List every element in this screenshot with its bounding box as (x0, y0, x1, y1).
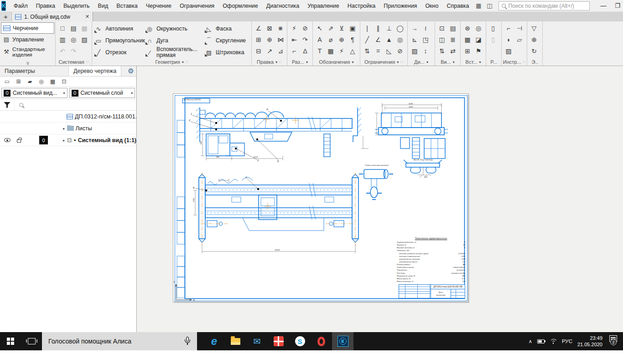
menu-item[interactable]: Приложения (379, 3, 421, 9)
ribbon-tool-icon[interactable]: ◎ (395, 34, 405, 45)
opera-app[interactable] (311, 332, 332, 350)
geometry-tool-button[interactable]: ⁄ Вспомогатель... прямая (145, 46, 204, 58)
expand-arrow-icon[interactable]: ▸ (63, 138, 65, 143)
ribbon-tool-icon[interactable]: ⊘ (300, 23, 310, 34)
tab-drawing-tree[interactable]: Дерево чертежа (68, 66, 121, 76)
ribbon-tool-icon[interactable]: ▯ (488, 34, 498, 45)
ribbon-tool-icon[interactable]: ⊕ (529, 34, 539, 45)
ribbon-tool-icon[interactable]: ∆ (300, 46, 310, 56)
chevron-down-icon[interactable]: ▾ (352, 60, 353, 64)
ribbon-tool-icon[interactable]: ⊟ (254, 46, 264, 56)
ribbon-tool-icon[interactable]: ∠ (254, 23, 264, 34)
ribbon-tool-icon[interactable]: ▤ (448, 23, 458, 34)
ribbon-tool-icon[interactable]: ╱ (362, 34, 372, 45)
ribbon-tool-icon[interactable]: ▧ (79, 34, 89, 45)
ribbon-tool-icon[interactable]: ↷ (68, 46, 78, 56)
ribbon-tool-icon[interactable]: ▲ (384, 34, 394, 45)
menu-item[interactable]: Правка (32, 3, 59, 9)
document-tab[interactable]: 1. Общий вид.cdw ✕ (12, 12, 93, 21)
window-layout-icon[interactable]: ▦ (473, 1, 484, 10)
tree-row-system-view[interactable]: 0 ▸ ⊡ ● Системный вид (1:1) (0, 134, 136, 146)
edge-app[interactable]: e (203, 332, 225, 350)
window-layout-2-icon[interactable]: ◫ (484, 1, 495, 10)
menu-item[interactable]: Настройка (343, 3, 380, 9)
yandex-search-box[interactable]: Голосовой помощник Алиса (42, 332, 197, 350)
ribbon-tool-icon[interactable]: ▱ (514, 34, 524, 45)
chevron-down-icon[interactable]: ▾ (397, 60, 399, 64)
ribbon-tool-icon[interactable]: ▤ (68, 23, 78, 34)
chevron-down-icon[interactable]: ▾ (306, 60, 308, 64)
wifi-icon[interactable] (550, 338, 557, 344)
ribbon-tool-icon[interactable]: ⌐ (504, 23, 514, 34)
ribbon-tool-icon[interactable]: ◎ (473, 23, 483, 34)
ribbon-tool-icon[interactable]: ⌐ (289, 46, 299, 56)
ribbon-tool-icon[interactable]: ⇗ (326, 23, 336, 34)
drawing-canvas[interactable]: 1 2 3 4 5 6 7 980 2210 540 4140 3160 (137, 66, 623, 332)
ribbon-tool-icon[interactable]: ▦ (462, 34, 472, 45)
section-grip[interactable]: ∷ (186, 60, 188, 64)
hidden-icons-chevron[interactable]: ∧ (529, 338, 532, 344)
ribbon-tool-icon[interactable]: ↷ (300, 34, 310, 45)
ribbon-tool-icon[interactable]: ⇄ (448, 46, 458, 56)
geometry-tool-button[interactable]: ∿ Автолиния (94, 23, 145, 35)
ribbon-tool-icon[interactable]: ▦ (79, 23, 89, 34)
kompas-app[interactable]: К (332, 332, 353, 350)
section-grip[interactable]: ∷ (400, 60, 403, 64)
menu-item[interactable]: Вставка (112, 3, 141, 9)
battery-icon[interactable] (537, 339, 545, 343)
ribbon-tool-icon[interactable]: ⊠ (265, 23, 275, 34)
chevron-down-icon[interactable]: ▾ (426, 60, 428, 64)
ribbon-tool-icon[interactable]: △ (348, 46, 358, 56)
ribbon-tool-icon[interactable]: ◯ (395, 23, 405, 34)
ribbon-tool-icon[interactable]: ∣ (362, 23, 372, 34)
ribbon-tool-icon[interactable]: ⊞ (254, 34, 264, 45)
geometry-tool-button[interactable]: ∩ Дуга (145, 35, 204, 46)
ribbon-tool-icon[interactable]: ↻ (529, 46, 539, 56)
geometry-tool-button[interactable]: ◺ Фаска (204, 23, 249, 35)
ribbon-tool-icon[interactable]: ⋈ (275, 34, 286, 45)
menu-item[interactable]: Оформление (218, 3, 262, 9)
menu-item[interactable]: Вид (94, 3, 113, 9)
ribbon-tool-icon[interactable]: ▨ (410, 46, 420, 56)
gift-app[interactable] (268, 332, 289, 350)
start-button[interactable] (0, 332, 21, 350)
tab-close-icon[interactable]: ✕ (85, 14, 89, 20)
panel-tool-icon[interactable]: ⊡ (59, 77, 69, 86)
restore-button[interactable]: ❐ (610, 0, 623, 11)
gear-icon[interactable]: ⚙ (125, 66, 136, 76)
ribbon-tool-icon[interactable]: ◫ (437, 34, 447, 45)
ribbon-tool-icon[interactable]: ⇅ (437, 46, 447, 56)
menu-item[interactable]: Диагностика (262, 3, 303, 9)
ribbon-tool-icon[interactable]: ⊻ (337, 23, 347, 34)
ribbon-tool-icon[interactable]: ⊾ (410, 34, 420, 45)
mail-app[interactable]: ✉ (246, 332, 268, 350)
chevron-down-icon[interactable]: ▾ (453, 60, 455, 64)
drawing-sheet[interactable]: 1 2 3 4 5 6 7 980 2210 540 4140 3160 (173, 93, 468, 302)
skype-app[interactable]: S (289, 332, 311, 350)
geometry-tool-button[interactable]: ▨ Штриховка (204, 46, 249, 58)
panel-tool-icon[interactable]: ▰ (25, 77, 35, 86)
ribbon-tool-icon[interactable]: ⇅ (362, 46, 372, 56)
geometry-tool-button[interactable]: ⌒ Скругление (204, 35, 249, 46)
minimize-button[interactable]: — (596, 0, 610, 11)
geometry-tool-button[interactable]: ╱ Отрезок (94, 46, 145, 58)
menu-item[interactable]: Окно (421, 3, 442, 9)
ribbon-tool-icon[interactable]: ⋇ (275, 23, 286, 34)
tab-parameters[interactable]: Параметры (0, 66, 68, 76)
new-tab-button[interactable]: + (0, 12, 12, 21)
ribbon-tool-icon[interactable]: ▯ (488, 23, 498, 34)
ribbon-tool-icon[interactable]: ∥ (373, 23, 383, 34)
filter-button[interactable] (0, 99, 15, 110)
visibility-eye-icon[interactable] (4, 138, 10, 142)
current-view-select[interactable]: 0 Системный вид... ▾ (1, 88, 67, 98)
panel-tool-icon[interactable]: ⊞ (13, 77, 24, 86)
nav-cherchenie[interactable]: Черчение (1, 22, 54, 34)
ribbon-tool-icon[interactable]: ▨ (504, 46, 514, 56)
lock-icon[interactable] (17, 139, 21, 143)
menu-item[interactable]: Справка (442, 3, 473, 9)
task-view-button[interactable] (21, 332, 42, 350)
ribbon-tool-icon[interactable]: ⊕ (265, 34, 275, 45)
ribbon-tool-icon[interactable]: → (410, 23, 420, 34)
chevron-down-icon[interactable]: ▾ (182, 60, 184, 64)
ribbon-tool-icon[interactable]: ↖ (315, 23, 325, 34)
